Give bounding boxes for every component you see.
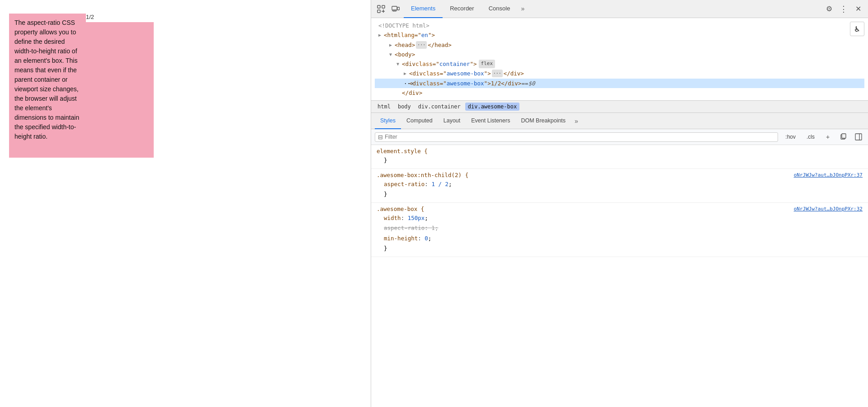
awesome-box-prop-width: width: 150px; — [377, 213, 863, 224]
settings-icon[interactable]: ⚙ — [823, 3, 835, 15]
add-style-icon[interactable]: + — [822, 131, 834, 143]
description-text: The aspect-ratio CSS property allows you… — [14, 19, 79, 140]
awesome-box-prop-min-height: min-height: 0; — [377, 234, 863, 244]
dom-line-close-container: </div> — [375, 88, 864, 98]
svg-rect-11 — [842, 134, 846, 138]
breadcrumb-awesome-box[interactable]: div.awesome-box — [465, 103, 519, 111]
html-triangle[interactable]: ▶ — [378, 31, 384, 39]
svg-rect-12 — [855, 134, 862, 140]
dom-line-head[interactable]: ▶ <head> ··· </head> — [375, 40, 864, 50]
dom-line-body[interactable]: ▼ <body> — [375, 50, 864, 59]
tab-styles[interactable]: Styles — [375, 113, 401, 129]
filter-icon: ⊟ — [378, 134, 383, 140]
awesome-box-source[interactable]: oNrJWJw?aut…bJOnpPXr:32 — [794, 206, 863, 212]
page-label: 1/2 — [86, 14, 94, 20]
tab-console[interactable]: Console — [481, 0, 518, 18]
nth-child-prop-1: aspect-ratio: 1 / 2; — [377, 179, 863, 190]
devtools-panel: Elements Recorder Console » ⚙ ⋮ ✕ <!DOCT… — [371, 0, 868, 407]
tab-more[interactable]: » — [517, 0, 528, 18]
tab-recorder[interactable]: Recorder — [443, 0, 481, 18]
css-rules: element.style { } .awesome-box:nth-child… — [371, 145, 868, 407]
awesomebox1-triangle[interactable]: ▶ — [404, 70, 409, 77]
awesome-box-prop-aspect-ratio: aspect-ratio: 1; — [377, 223, 863, 234]
tab-dom-breakpoints[interactable]: DOM Breakpoints — [515, 113, 571, 129]
flex-badge: flex — [479, 60, 495, 68]
css-rule-nth-child: .awesome-box:nth-child(2) { oNrJWJw?aut…… — [371, 169, 868, 203]
container-triangle[interactable]: ▼ — [396, 60, 402, 68]
breadcrumb-body[interactable]: body — [395, 103, 414, 111]
close-icon[interactable]: ✕ — [852, 3, 864, 15]
awesome-box-close: } — [377, 243, 863, 254]
hov-button[interactable]: :hov — [782, 133, 799, 141]
inspect-icon[interactable] — [375, 3, 387, 15]
toolbar-right-icons: ⚙ ⋮ ✕ — [823, 3, 864, 15]
style-panel: Styles Computed Layout Event Listeners D… — [371, 113, 868, 407]
left-panel: The aspect-ratio CSS property allows you… — [0, 0, 371, 407]
breadcrumb-html[interactable]: html — [375, 103, 393, 111]
css-rule-element-style: element.style { } — [371, 145, 868, 169]
svg-rect-2 — [377, 10, 380, 13]
css-rule-awesome-box: .awesome-box { oNrJWJw?aut…bJOnpPXr:32 w… — [371, 203, 868, 257]
more-options-icon[interactable]: ⋮ — [837, 3, 850, 15]
element-style-selector: element.style { — [377, 148, 863, 154]
device-icon[interactable] — [389, 3, 402, 15]
cls-button[interactable]: .cls — [803, 133, 818, 141]
tab-elements[interactable]: Elements — [404, 0, 443, 18]
nth-child-source[interactable]: oNrJWJw?aut…bJOnpPXr:37 — [794, 172, 863, 178]
dom-line-awesomebox2[interactable]: ··· <div class="awesome-box">1/2</div> =… — [375, 79, 864, 88]
copy-styles-icon[interactable] — [837, 131, 849, 143]
toggle-sidebar-icon[interactable] — [853, 131, 864, 143]
accessibility-icon[interactable]: ♿ — [850, 22, 864, 36]
element-style-close: } — [377, 155, 863, 166]
demo-container: The aspect-ratio CSS property allows you… — [9, 14, 154, 158]
body-triangle[interactable]: ▼ — [389, 51, 395, 58]
devtools-tabs: Elements Recorder Console » — [404, 0, 528, 18]
head-triangle[interactable]: ▶ — [389, 41, 395, 49]
filter-bar: ⊟ :hov .cls + — [371, 129, 868, 145]
description-box: The aspect-ratio CSS property allows you… — [9, 14, 86, 158]
breadcrumb-container[interactable]: div.container — [415, 103, 463, 111]
style-tabs: Styles Computed Layout Event Listeners D… — [371, 113, 868, 129]
filter-input[interactable] — [385, 134, 775, 140]
nth-child-close: } — [377, 189, 863, 200]
dom-line-awesomebox1[interactable]: ▶ <div class="awesome-box"> ··· </div> — [375, 69, 864, 78]
nth-child-selector-line: .awesome-box:nth-child(2) { oNrJWJw?aut…… — [377, 172, 863, 178]
svg-rect-0 — [377, 5, 380, 8]
dom-tree: <!DOCTYPE html> ▶ <html lang="en"> ▶ <he… — [371, 18, 868, 100]
dom-line-html[interactable]: ▶ <html lang="en"> — [375, 30, 864, 40]
dom-line-doctype: <!DOCTYPE html> — [375, 21, 864, 30]
filter-input-wrap: ⊟ — [375, 132, 778, 142]
pink-box — [86, 22, 154, 158]
breadcrumb-bar: html body div.container div.awesome-box — [371, 100, 868, 113]
tab-layout[interactable]: Layout — [438, 113, 466, 129]
awesome-box-selector-line: .awesome-box { oNrJWJw?aut…bJOnpPXr:32 — [377, 206, 863, 212]
tab-more-style[interactable]: » — [571, 113, 582, 129]
tab-computed[interactable]: Computed — [401, 113, 438, 129]
devtools-toolbar: Elements Recorder Console » ⚙ ⋮ ✕ — [371, 0, 868, 18]
svg-rect-1 — [382, 5, 385, 8]
svg-rect-5 — [392, 6, 397, 10]
svg-rect-6 — [397, 7, 400, 10]
dom-line-container[interactable]: ▼ <div class="container"> flex — [375, 59, 864, 69]
tab-event-listeners[interactable]: Event Listeners — [466, 113, 515, 129]
